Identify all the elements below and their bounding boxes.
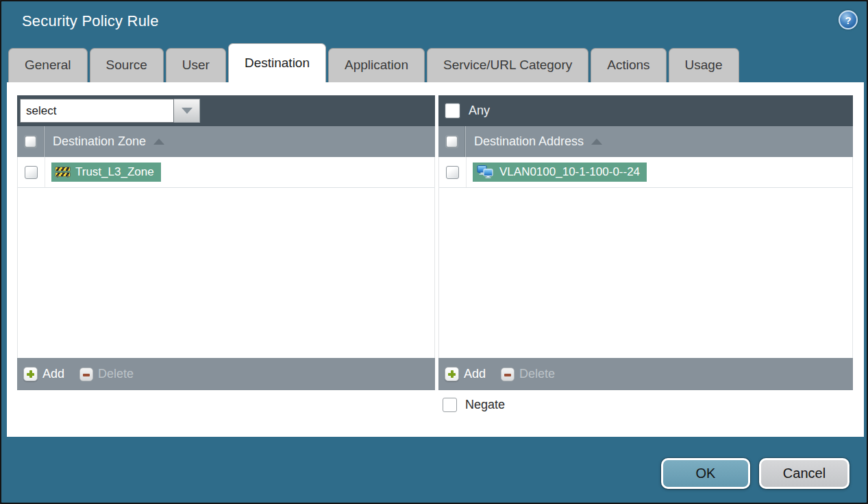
- ok-button[interactable]: OK: [661, 458, 750, 489]
- sort-ascending-icon: [591, 139, 602, 145]
- zone-panel-toolbar: [17, 95, 435, 126]
- zone-select-all-cell: [17, 126, 45, 157]
- address-select-all-checkbox[interactable]: [446, 136, 458, 147]
- destination-address-panel: Any Destination Address: [438, 95, 853, 390]
- address-table-body: VLAN0100_10-1-100-0--24: [438, 157, 853, 358]
- chevron-down-icon: [182, 108, 193, 114]
- zone-item-label: Trust_L3_Zone: [75, 165, 154, 179]
- address-table-header: Destination Address: [438, 126, 853, 157]
- tab-bar: General Source User Destination Applicat…: [8, 47, 739, 82]
- dialog-title: Security Policy Rule: [22, 12, 159, 30]
- table-row: Trust_L3_Zone: [18, 157, 434, 188]
- tab-usage[interactable]: Usage: [669, 48, 739, 82]
- sort-ascending-icon: [153, 139, 164, 145]
- negate-toggle: Negate: [443, 398, 505, 412]
- address-select-all-cell: [438, 126, 466, 157]
- address-column-header[interactable]: Destination Address: [474, 134, 584, 149]
- tab-user[interactable]: User: [166, 48, 226, 82]
- delete-zone-button[interactable]: Delete: [79, 367, 134, 381]
- address-panel-footer: Add Delete: [438, 358, 853, 390]
- any-label: Any: [469, 104, 490, 118]
- delete-icon: [79, 368, 93, 381]
- zone-icon: [55, 167, 70, 178]
- delete-address-button[interactable]: Delete: [501, 367, 555, 381]
- add-icon: [445, 367, 459, 381]
- add-icon: [23, 367, 38, 381]
- zone-select-input[interactable]: [20, 99, 174, 123]
- help-icon[interactable]: ?: [839, 10, 858, 29]
- address-item-chip[interactable]: VLAN0100_10-1-100-0--24: [473, 163, 647, 182]
- zone-table-body: Trust_L3_Zone: [17, 157, 435, 358]
- tab-application[interactable]: Application: [328, 48, 425, 82]
- tab-general[interactable]: General: [8, 48, 88, 82]
- any-toggle: Any: [441, 104, 490, 118]
- address-panel-toolbar: Any: [438, 95, 853, 126]
- zone-select-dropdown-button[interactable]: [174, 99, 200, 123]
- zone-item-chip[interactable]: Trust_L3_Zone: [51, 163, 161, 182]
- destination-zone-panel: Destination Zone Trust_L3_Zone: [17, 95, 435, 390]
- zone-row-checkbox[interactable]: [25, 166, 38, 179]
- destination-tab-content: Destination Zone Trust_L3_Zone: [7, 82, 864, 437]
- negate-checkbox[interactable]: [443, 398, 457, 412]
- zone-select-all-checkbox[interactable]: [25, 136, 36, 147]
- address-row-checkbox[interactable]: [446, 166, 459, 179]
- tab-actions[interactable]: Actions: [591, 48, 666, 82]
- security-policy-rule-dialog: Security Policy Rule ? General Source Us…: [0, 0, 868, 504]
- zone-table-header: Destination Zone: [17, 126, 435, 157]
- tab-source[interactable]: Source: [90, 48, 164, 82]
- network-icon: [477, 165, 494, 179]
- zone-column-header[interactable]: Destination Zone: [53, 134, 146, 149]
- any-checkbox[interactable]: [445, 104, 460, 118]
- tab-service-url-category[interactable]: Service/URL Category: [427, 48, 588, 82]
- help-glyph: ?: [845, 14, 851, 26]
- cancel-button[interactable]: Cancel: [759, 458, 850, 489]
- add-zone-button[interactable]: Add: [23, 367, 64, 381]
- zone-row-checkbox-cell: [18, 157, 45, 187]
- delete-icon: [501, 368, 514, 381]
- address-item-label: VLAN0100_10-1-100-0--24: [499, 165, 640, 179]
- tab-destination[interactable]: Destination: [228, 43, 326, 82]
- table-row: VLAN0100_10-1-100-0--24: [439, 157, 852, 188]
- zone-panel-footer: Add Delete: [17, 358, 435, 390]
- address-row-checkbox-cell: [439, 157, 467, 187]
- add-address-button[interactable]: Add: [445, 367, 486, 381]
- negate-label: Negate: [465, 398, 505, 412]
